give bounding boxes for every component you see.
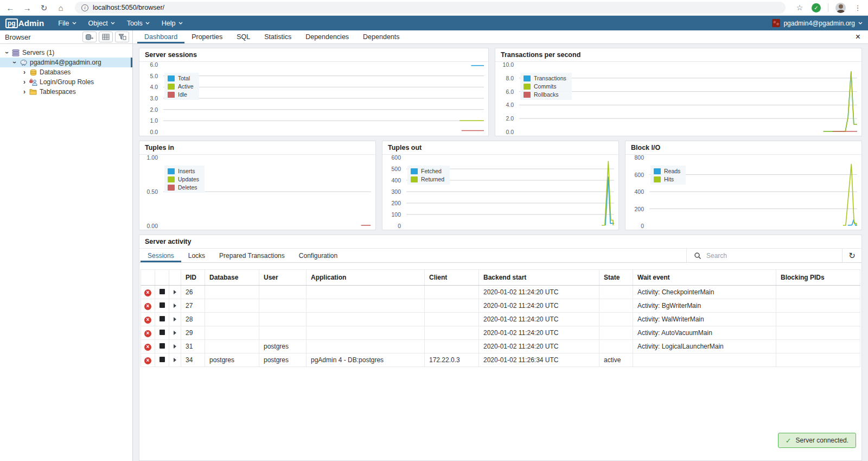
- user-menu[interactable]: pgadmin4@pgadmin.org: [772, 19, 863, 27]
- y-axis-tick: 6.0: [506, 89, 514, 95]
- refresh-button[interactable]: ↻: [842, 249, 861, 262]
- tab-properties[interactable]: Properties: [184, 30, 229, 43]
- terminate-session-button[interactable]: [159, 357, 165, 362]
- column-header[interactable]: Backend start: [479, 270, 599, 286]
- collapse-chevron-icon[interactable]: ›: [11, 59, 18, 66]
- tree-item-login-group-roles[interactable]: › Login/Group Roles: [0, 77, 132, 87]
- column-header[interactable]: Wait event: [633, 270, 776, 286]
- tab-dashboard[interactable]: Dashboard: [137, 30, 184, 43]
- cancel-session-button[interactable]: ×: [144, 344, 151, 351]
- terminate-session-button[interactable]: [159, 302, 165, 308]
- column-header[interactable]: [155, 270, 169, 286]
- chart-title: Tuples in: [139, 141, 375, 155]
- address-bar[interactable]: i localhost:5050/browser/: [75, 2, 786, 14]
- tab-dependents[interactable]: Dependents: [356, 30, 406, 43]
- column-header[interactable]: Database: [205, 270, 259, 286]
- cell-application: pgAdmin 4 - DB:postgres: [307, 353, 425, 367]
- column-header[interactable]: User: [259, 270, 307, 286]
- extension-icon[interactable]: ✓: [812, 3, 821, 12]
- column-header[interactable]: Application: [307, 270, 425, 286]
- chevron-down-icon: [178, 22, 183, 24]
- content-area: Dashboard Properties SQL Statistics Depe…: [133, 30, 868, 461]
- column-header[interactable]: [141, 270, 155, 286]
- chart-body: 10.08.06.04.02.00.0 TransactionsCommitsR…: [495, 62, 861, 136]
- menu-object[interactable]: Object: [88, 20, 115, 27]
- activity-tab-sessions[interactable]: Sessions: [141, 249, 181, 262]
- activity-tab-locks[interactable]: Locks: [181, 249, 212, 262]
- back-icon[interactable]: ←: [5, 4, 15, 12]
- tab-statistics[interactable]: Statistics: [257, 30, 298, 43]
- column-header[interactable]: PID: [181, 270, 205, 286]
- y-axis-tick: 800: [634, 154, 644, 161]
- column-header[interactable]: State: [599, 270, 633, 286]
- home-icon[interactable]: ⌂: [56, 4, 66, 12]
- menu-file[interactable]: File: [58, 20, 76, 27]
- chart-panel-server-sessions: Server sessions 6.05.04.03.02.01.00.0 To…: [139, 48, 489, 136]
- legend-label: Hits: [664, 176, 674, 182]
- legend-item: Hits: [654, 176, 680, 182]
- cell-client: [425, 286, 479, 299]
- tree-item-servers[interactable]: › Servers (1): [0, 48, 132, 58]
- cancel-session-button[interactable]: ×: [144, 303, 151, 310]
- activity-tab-configuration[interactable]: Configuration: [292, 249, 344, 262]
- grid-button[interactable]: [99, 31, 113, 42]
- legend-label: Rollbacks: [534, 91, 559, 98]
- chart-title: Server sessions: [139, 48, 488, 62]
- site-info-icon[interactable]: i: [81, 4, 88, 11]
- y-axis-tick: 0: [398, 223, 401, 229]
- tree-item-databases[interactable]: › Databases: [0, 67, 132, 77]
- browser-menu-icon[interactable]: ⋮: [853, 4, 863, 11]
- legend-swatch-icon: [411, 168, 418, 174]
- activity-tab-prepared-transactions[interactable]: Prepared Transactions: [212, 249, 292, 262]
- server-connected-toast[interactable]: ✓ Server connected.: [778, 433, 856, 448]
- search-input[interactable]: [706, 252, 842, 260]
- tab-sql[interactable]: SQL: [229, 30, 257, 43]
- terminate-session-button[interactable]: [159, 343, 165, 349]
- terminate-session-button[interactable]: [159, 330, 165, 335]
- column-header[interactable]: [169, 270, 181, 286]
- y-axis-tick: 0.50: [147, 188, 158, 195]
- tablespaces-folder-icon: [28, 89, 38, 95]
- stacked-database-button[interactable]: [82, 31, 97, 42]
- expand-chevron-icon[interactable]: ›: [21, 88, 28, 96]
- tree-item-tablespaces[interactable]: › Tablespaces: [0, 87, 132, 97]
- column-header[interactable]: Blocking PIDs: [776, 270, 860, 286]
- url-text: localhost:5050/browser/: [93, 4, 164, 11]
- terminate-session-button[interactable]: [159, 316, 165, 321]
- menu-help[interactable]: Help: [162, 20, 183, 27]
- cancel-session-button[interactable]: ×: [144, 289, 151, 296]
- cancel-session-button[interactable]: ×: [144, 357, 151, 364]
- expand-row-button[interactable]: [174, 304, 176, 308]
- tree-item-pgadmin4-server[interactable]: › pgadmin4@pgadmin.org: [0, 58, 132, 67]
- expand-row-button[interactable]: [174, 290, 176, 294]
- cancel-session-button[interactable]: ×: [144, 317, 151, 324]
- reload-icon[interactable]: ↻: [39, 4, 49, 12]
- legend-swatch-icon: [168, 75, 175, 81]
- object-explorer-tree: › Servers (1) › pgadmin4@pgadmin.org › D…: [0, 44, 132, 97]
- forward-icon[interactable]: →: [22, 4, 32, 12]
- expand-row-button[interactable]: [174, 331, 176, 335]
- user-avatar-icon: [772, 19, 780, 27]
- terminate-session-button[interactable]: [159, 289, 165, 294]
- tree-item-label: Servers (1): [22, 49, 54, 56]
- column-header[interactable]: Client: [425, 270, 479, 286]
- icon-cell: [169, 286, 181, 299]
- legend-label: Commits: [534, 83, 556, 90]
- pgadmin-logo[interactable]: pg Admin: [5, 18, 44, 28]
- tab-dependencies[interactable]: Dependencies: [298, 30, 356, 43]
- browser-profile-avatar[interactable]: [835, 3, 846, 13]
- expand-row-button[interactable]: [174, 358, 176, 362]
- close-panel-icon[interactable]: ×: [856, 33, 860, 41]
- collapse-chevron-icon[interactable]: ›: [3, 49, 11, 56]
- expand-chevron-icon[interactable]: ›: [21, 68, 28, 76]
- cancel-session-button[interactable]: ×: [144, 330, 151, 337]
- cell-state: [599, 313, 633, 326]
- menu-tools[interactable]: Tools: [127, 20, 150, 27]
- chart-legend: TransactionsCommitsRollbacks: [520, 73, 572, 100]
- bookmark-star-icon[interactable]: ☆: [795, 4, 805, 11]
- expand-row-button[interactable]: [174, 317, 176, 321]
- expand-chevron-icon[interactable]: ›: [21, 78, 28, 86]
- expand-row-button[interactable]: [174, 344, 176, 349]
- filter-table-button[interactable]: [115, 31, 129, 42]
- legend-label: Active: [178, 83, 194, 90]
